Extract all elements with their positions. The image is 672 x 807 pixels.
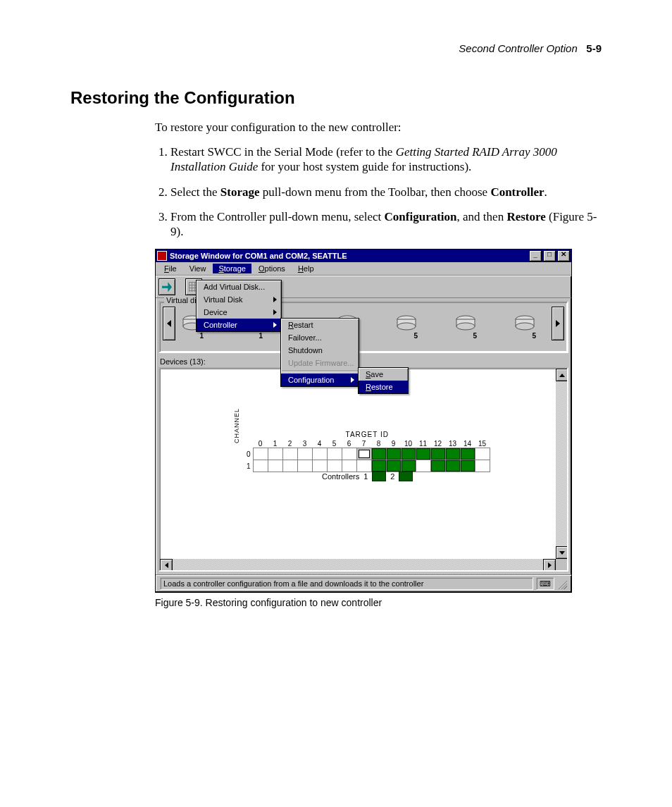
configuration-submenu: Save Restore bbox=[358, 367, 409, 394]
menu-file[interactable]: File bbox=[158, 264, 182, 273]
vdisk-4[interactable]: 5 bbox=[392, 315, 421, 340]
slot-0-7-host[interactable] bbox=[356, 448, 371, 460]
slot-1-5[interactable] bbox=[327, 460, 342, 472]
disk-stack-icon bbox=[514, 315, 535, 331]
resize-grip-icon[interactable] bbox=[556, 578, 567, 589]
menu-restore[interactable]: Restore bbox=[359, 381, 408, 393]
page-number: 5-9 bbox=[586, 42, 602, 54]
slot-0-5[interactable] bbox=[327, 448, 342, 460]
menu-help[interactable]: Help bbox=[292, 264, 320, 273]
slot-0-1[interactable] bbox=[268, 448, 282, 460]
vdisk-5[interactable]: 5 bbox=[452, 315, 480, 340]
slot-0-15[interactable] bbox=[475, 448, 490, 460]
slot-0-4[interactable] bbox=[312, 448, 327, 460]
slot-0-8[interactable] bbox=[371, 448, 386, 460]
devices-area: TARGET ID CHANNEL 0123456789101112131415… bbox=[158, 367, 568, 572]
disk-stack-icon bbox=[396, 315, 417, 331]
system-menu-icon[interactable] bbox=[157, 251, 167, 261]
menu-view[interactable]: View bbox=[184, 264, 212, 273]
slot-1-1[interactable] bbox=[268, 460, 282, 472]
menu-save[interactable]: Save bbox=[359, 368, 408, 381]
menu-storage[interactable]: Storage bbox=[213, 264, 251, 273]
scroll-down-button[interactable] bbox=[556, 546, 568, 559]
statusbar-text: Loads a controller configuration from a … bbox=[160, 577, 533, 590]
menu-configuration[interactable]: Configuration bbox=[281, 374, 359, 386]
scroll-track[interactable] bbox=[173, 559, 543, 570]
arrow-down-icon bbox=[559, 551, 565, 555]
slot-1-3[interactable] bbox=[297, 460, 312, 472]
scroll-track[interactable] bbox=[556, 381, 567, 546]
window-title: Storage Window for COM1 and COM2, SEATTL… bbox=[170, 252, 529, 260]
slot-1-11[interactable] bbox=[416, 460, 430, 472]
target-grid: TARGET ID CHANNEL 0123456789101112131415… bbox=[244, 431, 490, 472]
menu-failover[interactable]: Failover... bbox=[281, 331, 359, 344]
vdisk-6[interactable]: 5 bbox=[511, 315, 539, 340]
chevron-right-icon bbox=[351, 377, 354, 383]
channel-row-1: 1 bbox=[244, 460, 490, 472]
slot-1-4[interactable] bbox=[312, 460, 327, 472]
devices-legend: Devices (13): bbox=[158, 357, 568, 367]
slot-1-2[interactable] bbox=[282, 460, 297, 472]
menu-update-firmware: Update Firmware... bbox=[281, 357, 359, 369]
menu-device[interactable]: Device bbox=[197, 306, 281, 319]
slot-1-13[interactable] bbox=[445, 460, 460, 472]
devices-horizontal-scrollbar[interactable] bbox=[160, 559, 556, 570]
toolbar-button-1[interactable] bbox=[158, 278, 175, 295]
slot-0-0[interactable] bbox=[253, 448, 268, 460]
slot-0-11[interactable] bbox=[416, 448, 430, 460]
slot-1-12[interactable] bbox=[430, 460, 445, 472]
menu-restart[interactable]: Restart bbox=[281, 319, 359, 331]
slot-0-6[interactable] bbox=[342, 448, 356, 460]
target-header-row: 0123456789101112131415 bbox=[244, 440, 490, 448]
slot-1-15[interactable] bbox=[475, 460, 490, 472]
minimize-button[interactable]: _ bbox=[529, 250, 542, 261]
close-button[interactable]: ✕ bbox=[557, 250, 570, 261]
target-id-title: TARGET ID bbox=[244, 431, 490, 438]
slot-1-6[interactable] bbox=[342, 460, 356, 472]
slot-0-3[interactable] bbox=[297, 448, 312, 460]
menu-controller[interactable]: Controller bbox=[197, 319, 281, 331]
menu-options[interactable]: Options bbox=[253, 264, 291, 273]
running-header-text: Second Controller Option bbox=[459, 42, 577, 54]
slot-1-14[interactable] bbox=[460, 460, 475, 472]
devices-vertical-scrollbar[interactable] bbox=[556, 369, 567, 559]
controller-chip-icon[interactable] bbox=[399, 472, 413, 481]
chevron-right-icon bbox=[273, 297, 277, 302]
channel-row-0: 0 bbox=[244, 448, 490, 460]
slot-0-14[interactable] bbox=[460, 448, 475, 460]
vdisk-scroll-left[interactable] bbox=[163, 307, 175, 340]
scroll-right-button[interactable] bbox=[543, 559, 556, 572]
slot-0-12[interactable] bbox=[430, 448, 445, 460]
svg-point-14 bbox=[456, 323, 475, 330]
slot-0-10[interactable] bbox=[401, 448, 416, 460]
slot-1-10[interactable] bbox=[401, 460, 416, 472]
step-1: Restart SWCC in the Serial Mode (refer t… bbox=[170, 144, 602, 175]
step-3: From the Controller pull-down menu, sele… bbox=[170, 209, 602, 240]
arrow-up-icon bbox=[559, 374, 565, 377]
slot-0-9[interactable] bbox=[386, 448, 401, 460]
slot-1-9[interactable] bbox=[386, 460, 401, 472]
triangle-left-icon bbox=[167, 320, 171, 327]
svg-point-17 bbox=[516, 323, 534, 330]
arrow-right-icon bbox=[548, 562, 552, 568]
scroll-up-button[interactable] bbox=[556, 369, 568, 381]
target-table: 0123456789101112131415 0 1 bbox=[244, 440, 490, 472]
menu-shutdown[interactable]: Shutdown bbox=[281, 344, 359, 357]
titlebar[interactable]: Storage Window for COM1 and COM2, SEATTL… bbox=[156, 250, 571, 262]
slot-1-7[interactable] bbox=[356, 460, 371, 472]
menu-virtual-disk[interactable]: Virtual Disk bbox=[197, 293, 281, 306]
vdisk-scroll-right[interactable] bbox=[552, 307, 564, 340]
controller-chip-icon[interactable] bbox=[372, 472, 386, 481]
channel-label: CHANNEL bbox=[233, 408, 240, 443]
slot-1-8[interactable] bbox=[371, 460, 386, 472]
maximize-button[interactable]: □ bbox=[543, 250, 556, 261]
controller-1-label: 1 bbox=[363, 472, 368, 481]
menu-add-virtual-disk[interactable]: Add Virtual Disk... bbox=[197, 281, 281, 293]
slot-0-2[interactable] bbox=[282, 448, 297, 460]
controllers-label: Controllers bbox=[322, 472, 359, 481]
scroll-left-button[interactable] bbox=[160, 559, 173, 572]
slot-0-13[interactable] bbox=[445, 448, 460, 460]
storage-dropdown: Add Virtual Disk... Virtual Disk Device … bbox=[196, 280, 282, 332]
slot-1-0[interactable] bbox=[253, 460, 268, 472]
steps-list: Restart SWCC in the Serial Mode (refer t… bbox=[155, 144, 602, 239]
